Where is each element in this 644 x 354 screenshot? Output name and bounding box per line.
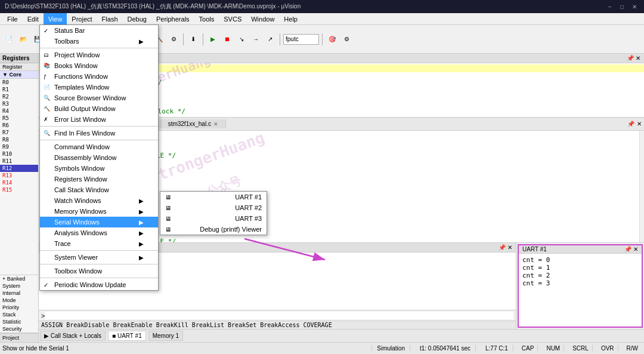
tab-close-icon[interactable]: ✕ <box>637 121 642 127</box>
menu-view-projectwindow[interactable]: 🗂 Project Window <box>40 50 158 60</box>
tab-hal-close[interactable]: ✕ <box>213 121 218 127</box>
bottom-tab-memory1[interactable]: Memory 1 <box>148 331 183 341</box>
close-button[interactable]: ✕ <box>630 4 639 10</box>
menu-view-templateswindow[interactable]: 📄 Templates Window <box>40 82 158 93</box>
reg-r8: R8 <box>0 136 38 143</box>
window-controls[interactable]: − □ ✕ <box>606 4 639 10</box>
menu-debug[interactable]: Debug <box>123 13 151 25</box>
bottom-tab-uart1[interactable]: ■ UART #1 <box>108 331 146 341</box>
label-trace: Trace <box>54 240 71 247</box>
menu-svcs[interactable]: SVCS <box>219 13 246 25</box>
menu-view-memory[interactable]: Memory Windows ▶ <box>40 206 158 217</box>
toolbar-step-out[interactable]: ↗ <box>264 33 277 46</box>
menu-view-periodicupdate[interactable]: ✓ Periodic Window Update <box>40 279 158 290</box>
view-menu-dropdown[interactable]: ✓ Status Bar Toolbars ▶ 🗂 Project Window… <box>39 24 159 291</box>
menu-view-watch[interactable]: Watch Windows ▶ <box>40 195 158 206</box>
toolbar-stop[interactable]: ⏹ <box>221 33 234 46</box>
reg-section-mode: Mode <box>0 297 38 304</box>
label-findindfiles: Find In Files Window <box>54 130 115 137</box>
reg-r2: R2 <box>0 93 38 100</box>
serial-uart2[interactable]: 🖥 UART #2 <box>160 202 267 213</box>
uart-panel-header: UART #1 📌 ✕ <box>519 245 642 254</box>
menu-view-toolbox[interactable]: Toolbox Window <box>40 266 158 276</box>
label-periodicupdate: Periodic Window Update <box>54 281 126 288</box>
menu-view-analysis[interactable]: Analysis Windows ▶ <box>40 227 158 238</box>
menu-view-command[interactable]: Command Window <box>40 141 158 152</box>
uart-line-0: cnt = 0 <box>522 256 638 264</box>
serial-debug-viewer[interactable]: 🖥 Debug (printf) Viewer <box>160 224 267 235</box>
status-rw: R/W <box>623 345 642 352</box>
menu-flash[interactable]: Flash <box>97 13 123 25</box>
reg-section-security: Security <box>0 325 38 333</box>
bottom-tab-callstack[interactable]: ▶ Call Stack + Locals <box>40 331 106 341</box>
statusbar: Show or hide the Serial 1 Simulation t1:… <box>0 342 644 354</box>
reg-section-stack: Stack <box>0 311 38 318</box>
command-panel-btns[interactable]: 📌 ✕ <box>499 244 512 251</box>
menu-view[interactable]: View <box>44 13 67 25</box>
project-tab[interactable]: Project <box>0 333 38 342</box>
arrow-systemviewer: ▶ <box>139 254 144 261</box>
label-sourcebrowser: Source Browser Window <box>54 94 126 101</box>
menu-view-toolbars[interactable]: Toolbars ▶ <box>40 36 158 47</box>
menubar: File Edit View Project Flash Debug Perip… <box>0 13 644 25</box>
toolbar-step-over[interactable]: → <box>249 33 262 46</box>
toolbar-run[interactable]: ▶ <box>206 33 219 46</box>
command-input[interactable] <box>45 312 513 319</box>
tab-hal[interactable]: stm32f1xx_hal.c ✕ <box>161 119 226 128</box>
menu-view-symbols[interactable]: Symbols Window <box>40 163 158 174</box>
uart-panel-btns[interactable]: 📌 ✕ <box>624 246 638 253</box>
serial-submenu[interactable]: 🖥 UART #1 🖥 UART #2 🖥 UART #3 🖥 Debug (p… <box>160 191 267 235</box>
toolbar-target[interactable]: 🎯 <box>326 33 339 46</box>
label-systemviewer: System Viewer <box>54 254 98 261</box>
reg-section-system: System <box>0 282 38 290</box>
register-col-label: Register <box>0 63 38 71</box>
menu-view-trace[interactable]: Trace ▶ <box>40 238 158 249</box>
menu-view-systemviewer[interactable]: System Viewer ▶ <box>40 252 158 263</box>
uart-inline-panel: UART #1 📌 ✕ cnt = 0 cnt = 1 cnt = 2 cnt … <box>518 244 643 328</box>
menu-project[interactable]: Project <box>67 13 97 25</box>
menu-view-serial[interactable]: Serial Windows ▶ <box>40 217 158 227</box>
menu-tools[interactable]: Tools <box>194 13 219 25</box>
toolbar-new[interactable]: 📄 <box>2 33 16 46</box>
label-memory: Memory Windows <box>54 208 106 215</box>
menu-view-functionswindow[interactable]: ƒ Functions Window <box>40 71 158 82</box>
serial-uart1[interactable]: 🖥 UART #1 <box>160 192 267 202</box>
sep-3 <box>40 140 158 140</box>
menu-view-findindfiles[interactable]: 🔍 Find In Files Window <box>40 128 158 138</box>
menu-view-statusbar[interactable]: ✓ Status Bar <box>40 25 158 36</box>
toolbar-open[interactable]: 📂 <box>17 33 30 46</box>
menu-window[interactable]: Window <box>246 13 279 25</box>
menu-help[interactable]: Help <box>279 13 302 25</box>
assembly-pin[interactable]: 📌 ✕ <box>627 55 640 61</box>
toolbar-download[interactable]: ⬇ <box>187 33 200 46</box>
menu-edit[interactable]: Edit <box>23 13 44 25</box>
menu-view-registers[interactable]: Registers Window <box>40 174 158 184</box>
menu-peripherals[interactable]: Peripherals <box>151 13 194 25</box>
minimize-button[interactable]: − <box>606 4 614 10</box>
maximize-button[interactable]: □ <box>618 4 626 10</box>
menu-view-buildoutput[interactable]: 🔨 Build Output Window <box>40 103 158 114</box>
menu-file[interactable]: File <box>2 13 23 25</box>
toolbar-options[interactable]: ⚙ <box>340 33 353 46</box>
tab-pin-icon[interactable]: 📌 <box>627 121 634 127</box>
label-buildoutput: Build Output Window <box>54 105 116 112</box>
code-scrollbar[interactable] <box>639 131 644 242</box>
icon-project-window: 🗂 <box>44 52 49 58</box>
toolbar-rebuild[interactable]: ⚙ <box>167 33 180 46</box>
serial-debug-label: Debug (printf) Viewer <box>200 226 262 233</box>
toolbar-step-into[interactable]: ↘ <box>235 33 248 46</box>
label-watch: Watch Windows <box>54 197 101 204</box>
reg-r0: R0 <box>0 79 38 86</box>
menu-view-disassembly[interactable]: Disassembly Window <box>40 152 158 163</box>
menu-view-sourcebrowser[interactable]: 🔍 Source Browser Window <box>40 93 158 103</box>
label-registers: Registers Window <box>54 176 107 183</box>
menu-view-bookswindow[interactable]: 📚 Books Window <box>40 60 158 71</box>
uart-panel-title: UART #1 <box>522 246 547 253</box>
menu-view-errorlist[interactable]: ✗ Error List Window <box>40 114 158 125</box>
menu-view-callstack[interactable]: Call Stack Window <box>40 184 158 195</box>
serial-uart3[interactable]: 🖥 UART #3 <box>160 213 267 224</box>
serial-uart2-icon: 🖥 <box>165 205 171 211</box>
status-simulation: Simulation <box>371 345 410 352</box>
toolbar-search-input[interactable] <box>283 34 319 45</box>
label-analysis: Analysis Windows <box>54 229 107 236</box>
